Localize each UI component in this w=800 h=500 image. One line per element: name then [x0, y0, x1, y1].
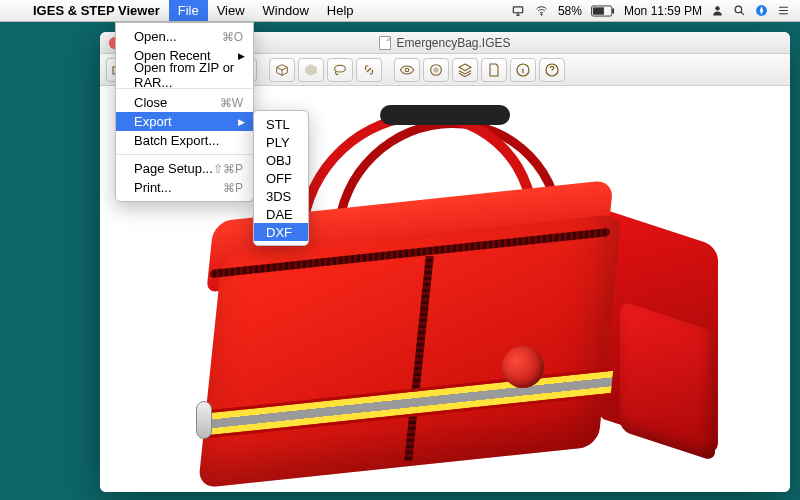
- menu-item-print[interactable]: Print...⌘P: [116, 178, 253, 197]
- menu-view[interactable]: View: [208, 0, 254, 21]
- menu-item-open[interactable]: Open...⌘O: [116, 27, 253, 46]
- page-icon[interactable]: [481, 58, 507, 82]
- menubar-clock[interactable]: Mon 11:59 PM: [624, 4, 702, 18]
- submenu-arrow-icon: ▶: [238, 117, 245, 127]
- export-option-dae[interactable]: DAE: [254, 205, 308, 223]
- cube-filled-icon[interactable]: [298, 58, 324, 82]
- wifi-icon[interactable]: [534, 5, 549, 17]
- menu-item-batch-export[interactable]: Batch Export...: [116, 131, 253, 150]
- svg-rect-4: [612, 8, 614, 14]
- fast-user-switch-icon[interactable]: [511, 4, 525, 18]
- svg-point-15: [335, 65, 346, 72]
- menu-window[interactable]: Window: [254, 0, 318, 21]
- macos-menubar: IGES & STEP Viewer File View Window Help…: [0, 0, 800, 22]
- export-option-ply[interactable]: PLY: [254, 133, 308, 151]
- safari-status-icon[interactable]: [755, 4, 768, 17]
- svg-point-18: [433, 67, 438, 72]
- menu-separator: [116, 154, 253, 155]
- svg-rect-0: [513, 6, 522, 12]
- notification-center-icon[interactable]: [777, 4, 790, 17]
- svg-point-5: [715, 6, 719, 10]
- app-name[interactable]: IGES & STEP Viewer: [24, 3, 169, 18]
- document-icon: [379, 36, 391, 50]
- lasso-icon[interactable]: [327, 58, 353, 82]
- export-option-obj[interactable]: OBJ: [254, 151, 308, 169]
- link-icon[interactable]: [356, 58, 382, 82]
- spotlight-icon[interactable]: [733, 4, 746, 17]
- cube-outline-icon[interactable]: [269, 58, 295, 82]
- layers-icon[interactable]: [452, 58, 478, 82]
- svg-point-16: [405, 68, 408, 71]
- export-option-stl[interactable]: STL: [254, 115, 308, 133]
- eye-icon[interactable]: [394, 58, 420, 82]
- submenu-arrow-icon: ▶: [238, 51, 245, 61]
- info-icon[interactable]: [510, 58, 536, 82]
- menu-item-open-zip-rar[interactable]: Open from ZIP or RAR...: [116, 65, 253, 84]
- svg-rect-3: [593, 7, 604, 14]
- color-circle-icon[interactable]: [423, 58, 449, 82]
- menu-item-page-setup[interactable]: Page Setup...⇧⌘P: [116, 159, 253, 178]
- user-icon[interactable]: [711, 4, 724, 17]
- menubar-status: 58% Mon 11:59 PM: [511, 4, 800, 18]
- export-submenu: STL PLY OBJ OFF 3DS DAE DXF: [253, 110, 309, 246]
- export-option-off[interactable]: OFF: [254, 169, 308, 187]
- help-icon[interactable]: [539, 58, 565, 82]
- export-option-3ds[interactable]: 3DS: [254, 187, 308, 205]
- svg-point-1: [541, 13, 542, 14]
- export-option-dxf[interactable]: DXF: [254, 223, 308, 241]
- battery-percent: 58%: [558, 4, 582, 18]
- menu-file[interactable]: File: [169, 0, 208, 21]
- svg-point-6: [735, 6, 742, 13]
- battery-icon[interactable]: [591, 5, 615, 17]
- menu-item-close[interactable]: Close⌘W: [116, 93, 253, 112]
- menu-item-export[interactable]: Export▶: [116, 112, 253, 131]
- file-menu-dropdown: Open...⌘O Open Recent▶ Open from ZIP or …: [115, 22, 254, 202]
- menu-help[interactable]: Help: [318, 0, 363, 21]
